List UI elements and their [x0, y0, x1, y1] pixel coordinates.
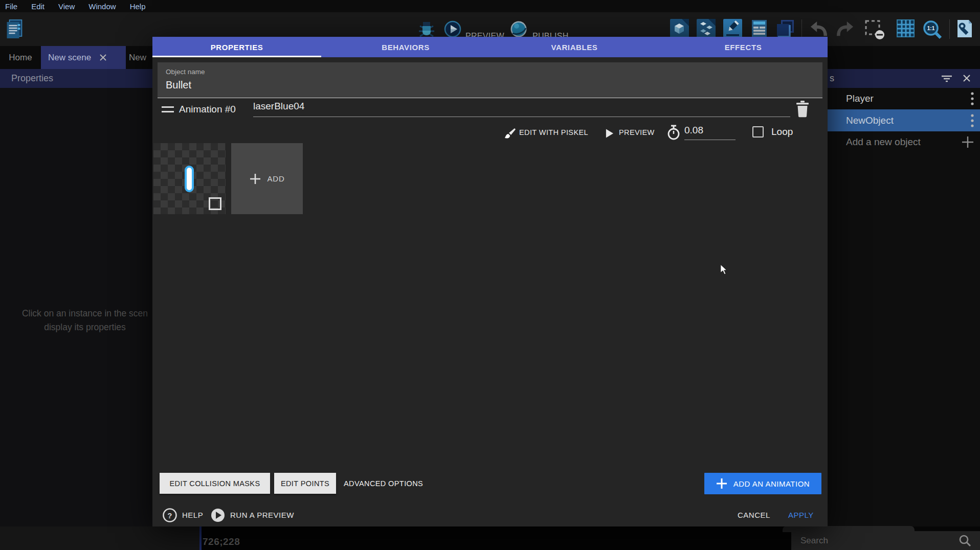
animation-title: Animation #0	[179, 104, 236, 115]
run-a-preview-label: RUN A PREVIEW	[230, 511, 294, 519]
add-an-animation-label: ADD AN ANIMATION	[733, 479, 810, 488]
loop-checkbox[interactable]	[752, 126, 764, 138]
object-name-label: Object name	[166, 68, 814, 76]
filter-icon[interactable]	[941, 75, 952, 82]
add-new-object-row[interactable]: Add a new object	[828, 131, 980, 153]
tab-home[interactable]: Home	[0, 46, 41, 69]
add-frame-button[interactable]: ADD	[231, 143, 303, 214]
edit-collision-masks-button[interactable]: EDIT COLLISION MASKS	[160, 473, 270, 494]
search-placeholder: Search	[800, 536, 959, 546]
object-name-field[interactable]: Object name Bullet	[158, 62, 822, 98]
tab-effects-label: EFFECTS	[725, 43, 762, 52]
play-triangle-icon	[605, 128, 614, 139]
tab-new-scene[interactable]: New scene	[41, 46, 126, 69]
cursor-coordinates: 726;228	[203, 536, 240, 547]
advanced-options-button[interactable]: ADVANCED OPTIONS	[344, 473, 423, 494]
menu-edit[interactable]: Edit	[31, 2, 44, 11]
edit-with-piskel-button[interactable]: EDIT WITH PISKEL	[519, 128, 588, 136]
tab-behaviors[interactable]: BEHAVIORS	[321, 37, 490, 57]
toolbar-divider	[949, 19, 950, 39]
clear-selection-icon[interactable]	[864, 19, 883, 39]
help-button[interactable]: ? HELP	[163, 503, 203, 526]
menu-file[interactable]: File	[5, 2, 17, 11]
tab-next-label: New	[129, 53, 146, 63]
cancel-button[interactable]: CANCEL	[738, 503, 770, 526]
animation-tool-row: EDIT WITH PISKEL PREVIEW 0.08 Loop	[152, 124, 828, 144]
kebab-menu-icon[interactable]	[971, 113, 974, 128]
object-row-newobject[interactable]: NewObject	[828, 109, 980, 131]
hint-line-2: display its properties	[5, 320, 165, 334]
bottom-left-strip	[0, 526, 199, 550]
instances-cubes-icon[interactable]	[697, 19, 716, 38]
stopwatch-icon	[667, 125, 680, 140]
layers-icon[interactable]	[776, 19, 795, 38]
kebab-menu-icon[interactable]	[971, 91, 974, 106]
trash-icon	[796, 101, 809, 118]
play-circle-icon	[211, 508, 225, 522]
plus-icon	[249, 173, 261, 185]
preview-animation-button[interactable]: PREVIEW	[619, 128, 655, 136]
animation-header-row: Animation #0 laserBlue04	[162, 100, 818, 122]
object-row-player[interactable]: Player	[828, 88, 980, 109]
object-name-label: Player	[846, 93, 971, 104]
zoom-one-to-one-icon[interactable]: 1:1	[922, 19, 941, 39]
object-search-field[interactable]: Search	[791, 531, 980, 550]
animation-name-input[interactable]: laserBlue04	[253, 101, 790, 117]
menu-window[interactable]: Window	[88, 2, 116, 11]
properties-panel-header: Properties	[0, 69, 152, 88]
close-tab-icon[interactable]	[99, 54, 107, 61]
project-settings-wrench-icon[interactable]	[955, 19, 974, 38]
mouse-cursor	[719, 264, 729, 277]
objects-panel-header: s	[828, 69, 980, 88]
tab-home-label: Home	[9, 53, 32, 63]
tab-properties-label: PROPERTIES	[211, 43, 263, 52]
grid-icon[interactable]	[896, 19, 915, 38]
plus-icon	[716, 478, 727, 489]
properties-panel-title: Properties	[11, 73, 53, 84]
add-object-cube-icon[interactable]	[670, 19, 689, 38]
object-properties-dialog: PROPERTIES BEHAVIORS VARIABLES EFFECTS O…	[152, 37, 828, 526]
objects-panel: s Player NewObject Add a new object	[828, 69, 980, 526]
toolbar-divider	[801, 19, 802, 39]
tab-new-scene-label: New scene	[48, 53, 91, 63]
svg-text:?: ?	[167, 511, 172, 519]
properties-panel-hint: Click on an instance in the scen display…	[5, 307, 165, 334]
objects-panel-title-partial: s	[830, 73, 834, 84]
zoom-ratio-label: 1:1	[927, 26, 935, 31]
plus-icon[interactable]	[962, 136, 974, 148]
loop-label: Loop	[771, 126, 793, 138]
tab-behaviors-label: BEHAVIORS	[382, 43, 429, 52]
laser-sprite	[185, 166, 194, 192]
apply-button[interactable]: APPLY	[788, 503, 814, 526]
edit-pencil-icon[interactable]	[723, 19, 742, 38]
menu-help[interactable]: Help	[130, 2, 146, 11]
scene-status-bar: 726;228	[202, 526, 791, 550]
frame-select-checkbox[interactable]	[209, 197, 221, 210]
objects-list-icon[interactable]	[750, 19, 769, 38]
search-icon	[959, 534, 972, 547]
edit-points-button[interactable]: EDIT POINTS	[274, 473, 336, 494]
active-tab-underline	[152, 56, 321, 57]
drag-handle-icon[interactable]	[162, 106, 174, 113]
object-name-label: NewObject	[846, 115, 971, 126]
add-an-animation-button[interactable]: ADD AN ANIMATION	[704, 473, 821, 494]
tab-properties[interactable]: PROPERTIES	[152, 37, 321, 57]
animation-frame-thumbnail[interactable]	[153, 143, 226, 214]
object-name-value[interactable]: Bullet	[166, 79, 814, 91]
tab-variables-label: VARIABLES	[551, 43, 598, 52]
dialog-action-bar: ? HELP RUN A PREVIEW CANCEL APPLY	[152, 503, 828, 526]
menu-bar: File Edit View Window Help	[0, 0, 980, 12]
project-manager-icon[interactable]	[5, 19, 24, 38]
delete-animation-button[interactable]	[796, 101, 810, 118]
close-panel-icon[interactable]	[963, 74, 971, 82]
redo-icon[interactable]	[835, 20, 854, 40]
tab-variables[interactable]: VARIABLES	[490, 37, 659, 57]
menu-view[interactable]: View	[58, 2, 75, 11]
add-object-label: Add a new object	[846, 136, 962, 148]
tab-effects[interactable]: EFFECTS	[659, 37, 828, 57]
run-a-preview-button[interactable]: RUN A PREVIEW	[211, 503, 294, 526]
dialog-tab-bar: PROPERTIES BEHAVIORS VARIABLES EFFECTS	[152, 37, 828, 57]
help-label: HELP	[182, 511, 203, 519]
hint-line-1: Click on an instance in the scen	[5, 307, 165, 320]
time-between-frames-input[interactable]: 0.08	[684, 125, 736, 140]
